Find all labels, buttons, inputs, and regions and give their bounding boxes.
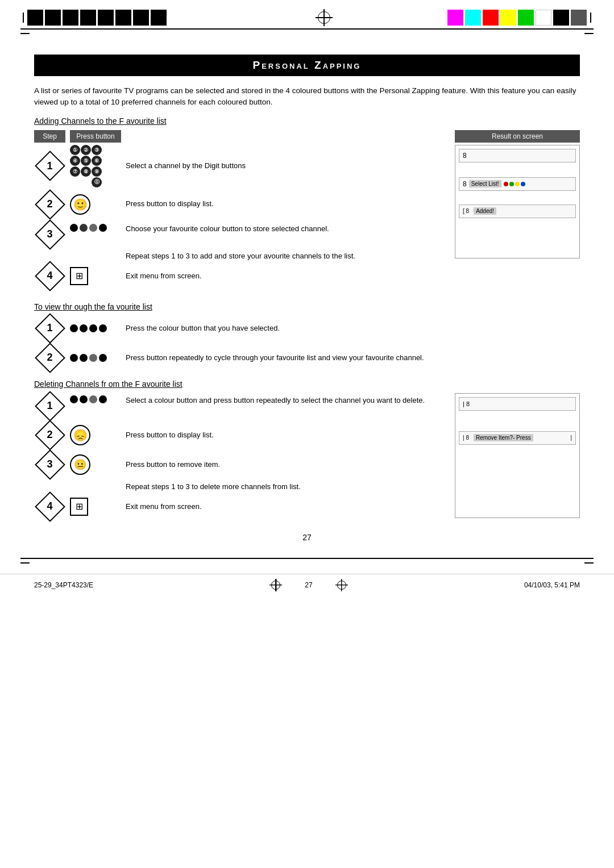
- screen-box-2: 8 Select List!: [459, 177, 576, 191]
- adding-step-1: 1 ① ② ③ ④ ⑤ ⑥ ⑦ ⑧ ⑨: [34, 145, 449, 187]
- cdot-black3: [99, 224, 107, 232]
- screen-box-3: [ 8 Added!: [459, 205, 576, 218]
- del-screen-box-2: | 8 Remove Item?- Press |: [459, 431, 576, 445]
- footer-crosshair-left: [269, 579, 282, 591]
- screen-box-1: 8: [459, 149, 576, 162]
- page-title: Personal Zapping: [34, 55, 580, 76]
- table-header: Step Press button Result on screen: [34, 130, 580, 143]
- del-step-num-1: 1: [34, 395, 65, 417]
- adding-step-2-desc: Press button to display list.: [126, 199, 449, 209]
- step-num-1: 1: [34, 155, 65, 177]
- cdot-black2: [80, 224, 88, 232]
- color-bars: [447, 10, 587, 26]
- adding-step-1-desc: Select a channel by the Digit buttons: [126, 161, 449, 171]
- step-num-4: 4: [34, 265, 65, 287]
- del-step-btn-2: 😞: [70, 425, 121, 445]
- section-deleting-heading: Deleting Channels fr om the F avourite l…: [34, 379, 580, 389]
- del-screen-box-1: | 8: [459, 397, 576, 411]
- adding-step-3-desc: Choose your favourite colour button to s…: [126, 224, 449, 234]
- black-bars: [27, 10, 167, 26]
- step-btn-menu-4: ⊞: [70, 267, 121, 285]
- del-step-btn-menu: ⊞: [70, 498, 121, 516]
- del-step-1-desc: Select a colour button and press button …: [126, 395, 449, 406]
- adding-result-box: 8 8 Select List!: [455, 145, 580, 258]
- view-step-num-1: 1: [34, 318, 65, 339]
- del-step-btn-1: [70, 395, 121, 403]
- del-step-num-2: 2: [34, 424, 65, 446]
- footer-middle: 27: [305, 581, 312, 589]
- th-press: Press button: [70, 130, 121, 143]
- adding-step-3b: Repeat steps 1 to 3 to add and store you…: [34, 251, 449, 261]
- deleting-results: | 8 | 8 Remove Item?- Press |: [455, 393, 580, 524]
- adding-step-3b-desc: Repeat steps 1 to 3 to add and store you…: [126, 251, 449, 261]
- page-number: 27: [34, 533, 580, 542]
- smiley-happy-icon: 🙂: [70, 194, 90, 215]
- del-step-2: 2 😞 Press button to display list.: [34, 423, 449, 448]
- del-step-1: 1 Select a colour button and press butto…: [34, 393, 449, 418]
- deleting-result-box: | 8 | 8 Remove Item?- Press |: [455, 393, 580, 518]
- center-crosshair-top: [316, 9, 333, 26]
- step-btn-colors-3: [70, 224, 121, 232]
- menu-icon: ⊞: [70, 267, 88, 285]
- footer-crosshair-right: [335, 579, 348, 591]
- view-step-2: 2 Press button repeatedly to cycle throu…: [34, 345, 580, 370]
- section-view: To view thr ough the fa vourite list 1 P…: [34, 302, 580, 370]
- section-deleting: Deleting Channels fr om the F avourite l…: [34, 379, 580, 524]
- view-step-1: 1 Press the colour button that you have …: [34, 316, 580, 341]
- cdot-black1: [70, 224, 78, 232]
- page-footer: 25-29_34PT4323/E 27 04/10/03, 5:41 PM: [0, 574, 614, 596]
- del-step-btn-3: 😐: [70, 454, 121, 475]
- step-num-3: 3: [34, 224, 65, 245]
- intro-paragraph: A list or series of favourite TV program…: [34, 85, 580, 108]
- cdot-gray: [89, 224, 97, 232]
- view-step-btn-1: [70, 324, 121, 332]
- view-step-btn-2: [70, 354, 121, 362]
- view-step-2-desc: Press button repeatedly to cycle through…: [126, 353, 580, 363]
- th-result: Result on screen: [455, 130, 580, 143]
- del-step-2-desc: Press button to display list.: [126, 430, 449, 440]
- deleting-steps-container: 1 Select a colour button and press butto…: [34, 393, 580, 524]
- view-step-num-2: 2: [34, 347, 65, 369]
- del-step-3b: Repeat steps 1 to 3 to delete more chann…: [34, 482, 449, 492]
- deleting-steps-left: 1 Select a colour button and press butto…: [34, 393, 449, 524]
- del-step-num-4: 4: [34, 496, 65, 518]
- del-step-3: 3 😐 Press button to remove item.: [34, 452, 449, 477]
- result-row-2: 8 Select List!: [459, 177, 576, 191]
- step-btn-digits: ① ② ③ ④ ⑤ ⑥ ⑦ ⑧ ⑨ ⓪: [70, 145, 121, 187]
- adding-step-4-desc: Exit menu from screen.: [126, 271, 449, 281]
- sad-smiley-icon: 😞: [70, 425, 90, 445]
- adding-steps-left: 1 ① ② ③ ④ ⑤ ⑥ ⑦ ⑧ ⑨: [34, 145, 449, 293]
- del-step-num-3: 3: [34, 454, 65, 475]
- result-row-1: 8: [459, 149, 576, 162]
- adding-steps-container: 1 ① ② ③ ④ ⑤ ⑥ ⑦ ⑧ ⑨: [34, 145, 580, 293]
- del-step-3b-desc: Repeat steps 1 to 3 to delete more chann…: [126, 482, 449, 492]
- section-adding: Adding Channels to the F avourite list S…: [34, 116, 580, 293]
- del-step-4: 4 ⊞ Exit menu from screen.: [34, 494, 449, 519]
- section-view-heading: To view thr ough the fa vourite list: [34, 302, 580, 311]
- adding-results: 8 8 Select List!: [455, 145, 580, 293]
- footer-right: 04/10/03, 5:41 PM: [524, 581, 580, 589]
- step-num-2: 2: [34, 194, 65, 215]
- result-row-3: [ 8 Added!: [459, 205, 576, 218]
- step-btn-smiley-2: 🙂: [70, 194, 121, 215]
- main-content: Personal Zapping A list or series of fav…: [0, 43, 614, 558]
- del-result-row-2: | 8 Remove Item?- Press |: [459, 431, 576, 445]
- screen-dots: [504, 182, 525, 186]
- adding-step-4: 4 ⊞ Exit menu from screen.: [34, 264, 449, 289]
- del-step-4-desc: Exit menu from screen.: [126, 502, 449, 512]
- footer-left: 25-29_34PT4323/E: [34, 581, 93, 589]
- neutral-smiley-icon: 😐: [70, 454, 90, 475]
- adding-step-3: 3 Choose your favourite colour button to…: [34, 222, 449, 247]
- adding-step-2: 2 🙂 Press button to display list.: [34, 192, 449, 217]
- del-step-3-desc: Press button to remove item.: [126, 460, 449, 470]
- del-result-row-1: | 8: [459, 397, 576, 411]
- th-step: Step: [34, 130, 65, 143]
- section-adding-heading: Adding Channels to the F avourite list: [34, 116, 580, 126]
- menu-icon-del: ⊞: [70, 498, 88, 516]
- view-step-1-desc: Press the colour button that you have se…: [126, 323, 580, 333]
